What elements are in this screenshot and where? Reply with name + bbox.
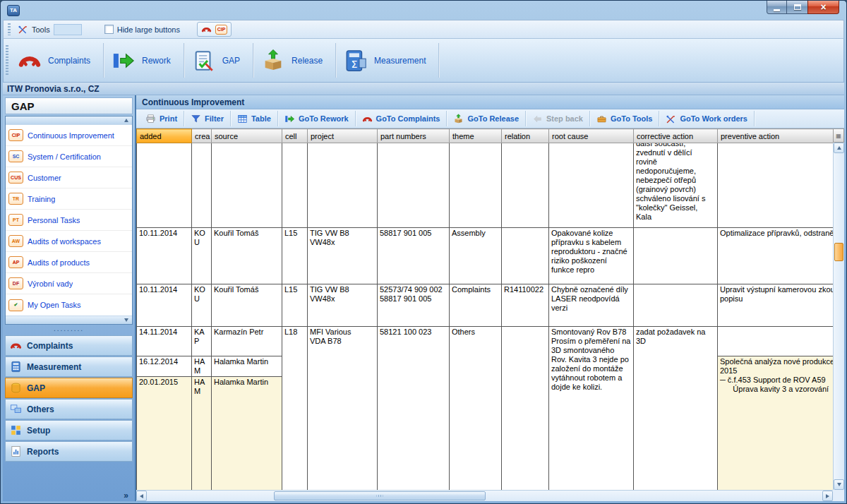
grid-cell[interactable]: Others bbox=[450, 327, 502, 491]
toolbar-button-table[interactable]: Table bbox=[231, 111, 278, 126]
toolbar-button-goto-tools[interactable]: GoTo Tools bbox=[590, 111, 659, 126]
sidebar-scroll-down[interactable] bbox=[6, 316, 132, 324]
grid-cell[interactable]: L18 bbox=[282, 327, 308, 491]
column-header-part-numbers[interactable]: part numbers bbox=[378, 129, 450, 143]
grid-cell[interactable] bbox=[718, 143, 834, 228]
grid-cell[interactable]: Kouřil Tomáš bbox=[212, 228, 282, 284]
column-header-preventive-action[interactable]: preventive action bbox=[718, 129, 834, 143]
sidebar-nav-measurement[interactable]: Measurement bbox=[5, 356, 133, 377]
grid-cell[interactable]: KAP bbox=[192, 327, 212, 356]
sidebar-nav-gap[interactable]: GAP bbox=[5, 378, 133, 398]
grid-cell[interactable]: Smontovaný Rov B78 Prosím o přeměření na… bbox=[549, 327, 634, 491]
column-header-corrective-action[interactable]: corrective action bbox=[634, 129, 718, 143]
grid-cell[interactable]: Halamka Martin bbox=[212, 356, 282, 377]
scroll-down-button[interactable] bbox=[834, 479, 844, 490]
column-header-root-cause[interactable]: root cause bbox=[549, 129, 634, 143]
large-button-measurement[interactable]: ΣMeasurement bbox=[337, 39, 440, 82]
grid-cell[interactable]: 10.11.2014 bbox=[137, 228, 192, 284]
toolbar-button-goto-complaints[interactable]: GoTo Complaints bbox=[356, 111, 447, 126]
grid-cell[interactable] bbox=[137, 143, 192, 228]
cip-icon[interactable]: CIP bbox=[215, 25, 227, 35]
hide-large-buttons-checkbox[interactable]: Hide large buttons bbox=[104, 25, 180, 34]
grid-cell[interactable]: Halamka Martin bbox=[212, 377, 282, 491]
grid-cell[interactable] bbox=[502, 228, 549, 284]
column-header-theme[interactable]: theme bbox=[450, 129, 502, 143]
column-header-project[interactable]: project bbox=[308, 129, 378, 143]
grid-cell[interactable]: Optimalizace přípravků, odstranění koliz… bbox=[718, 228, 834, 284]
grid-cell[interactable]: Kouřil Tomáš bbox=[212, 284, 282, 327]
sidebar-nav-setup[interactable]: Setup bbox=[5, 420, 133, 440]
maximize-button[interactable] bbox=[787, 1, 807, 14]
scroll-up-button[interactable] bbox=[834, 143, 844, 153]
vertical-scrollbar[interactable] bbox=[833, 143, 844, 490]
grid-cell[interactable]: L15 bbox=[282, 228, 308, 284]
sidebar-nav-others[interactable]: Others bbox=[5, 399, 133, 419]
grid-cell[interactable] bbox=[502, 143, 549, 228]
grid-cell[interactable] bbox=[192, 143, 212, 228]
grid-cell[interactable]: 58817 901 005 bbox=[378, 228, 450, 284]
phone-icon[interactable] bbox=[201, 24, 212, 35]
tools-menu-dropdown[interactable] bbox=[54, 24, 82, 35]
titlebar[interactable]: TA × bbox=[3, 1, 844, 20]
grid-cell[interactable]: Assembly bbox=[450, 228, 502, 284]
vertical-scroll-thumb[interactable] bbox=[834, 243, 843, 261]
grid-cell[interactable] bbox=[282, 143, 308, 228]
grid-cell[interactable]: Opakované kolize přípravku s kabelem rep… bbox=[549, 228, 634, 284]
grid-cell[interactable]: 52573/74 909 002 58817 901 005 bbox=[378, 284, 450, 327]
large-buttons-grip[interactable] bbox=[6, 45, 8, 76]
minimize-button[interactable] bbox=[767, 1, 787, 14]
sidebar-item-personal-tasks[interactable]: PTPersonal Tasks bbox=[6, 210, 132, 231]
grid-cell[interactable]: Upravit výstupní kamerovou zkoušku na ko… bbox=[718, 284, 834, 327]
grid-cell[interactable]: Complaints bbox=[450, 284, 502, 327]
grid-cell[interactable]: 16.12.2014 bbox=[137, 356, 192, 377]
grid-customize-button[interactable]: ▦ bbox=[833, 128, 844, 143]
grid-cell[interactable]: TIG VW B8 VW48x bbox=[308, 284, 378, 327]
sidebar-item-v-robn-vady[interactable]: DFVýrobní vady bbox=[6, 273, 132, 294]
grid-cell[interactable]: HAM bbox=[192, 377, 212, 491]
tools-menu-button[interactable]: Tools bbox=[15, 23, 85, 36]
grid-cell[interactable]: 20.01.2015 bbox=[137, 377, 192, 491]
grid-cell[interactable]: 58121 100 023 bbox=[378, 327, 450, 491]
grid-cell[interactable] bbox=[450, 143, 502, 228]
sidebar-collapse-chevron[interactable] bbox=[124, 491, 128, 500]
column-header-source[interactable]: source bbox=[212, 129, 282, 143]
close-button[interactable]: × bbox=[807, 1, 839, 14]
sidebar-scroll-up[interactable] bbox=[6, 116, 132, 125]
grid-cell[interactable]: další součástí, zvednutí v dělící rovině… bbox=[634, 143, 718, 228]
toolbar-button-goto-work-orders[interactable]: GoTo Work orders bbox=[659, 111, 755, 126]
large-button-rework[interactable]: Rework bbox=[104, 39, 185, 82]
grid-cell[interactable]: TIG VW B8 VW48x bbox=[308, 228, 378, 284]
toolbar-button-print[interactable]: Print bbox=[139, 111, 184, 126]
grid-cell[interactable]: Chybně označené díly LASER neodpovídá ve… bbox=[549, 284, 634, 327]
grid-cell[interactable]: L15 bbox=[282, 284, 308, 327]
scroll-left-button[interactable] bbox=[136, 491, 147, 501]
large-button-complaints[interactable]: Complaints bbox=[11, 39, 104, 82]
grid-cell[interactable]: HAM bbox=[192, 356, 212, 377]
grid-cell[interactable] bbox=[502, 327, 549, 491]
grid-cell[interactable]: zadat požadavek na 3D bbox=[634, 327, 718, 491]
grid-cell[interactable] bbox=[718, 327, 834, 356]
grid-cell[interactable] bbox=[634, 228, 718, 284]
sidebar-nav-reports[interactable]: Reports bbox=[5, 441, 133, 462]
scroll-right-button[interactable] bbox=[822, 491, 833, 501]
grid-cell[interactable]: R14110022 bbox=[502, 284, 549, 327]
column-header-relation[interactable]: relation bbox=[502, 129, 549, 143]
sidebar-item-system-certification[interactable]: SCSystem / Certification bbox=[6, 146, 132, 167]
toolbar-grip[interactable] bbox=[8, 23, 11, 35]
grid-cell[interactable]: MFI Various VDA B78 bbox=[308, 327, 378, 491]
grid-cell[interactable] bbox=[212, 143, 282, 228]
large-button-gap[interactable]: GAP bbox=[185, 39, 254, 82]
column-header-crea[interactable]: crea bbox=[192, 129, 212, 143]
grid-cell[interactable]: KOU bbox=[192, 284, 212, 327]
grid-cell[interactable]: 14.11.2014 bbox=[137, 327, 192, 356]
grid-cell[interactable]: Společná analýza nové produkce od začátk… bbox=[718, 356, 834, 491]
grid-cell[interactable]: 10.11.2014 bbox=[137, 284, 192, 327]
sidebar-item-training[interactable]: TRTraining bbox=[6, 188, 132, 210]
sidebar-nav-complaints[interactable]: Complaints bbox=[5, 335, 133, 356]
column-header-added[interactable]: added bbox=[137, 129, 192, 143]
toolbar-button-filter[interactable]: Filter bbox=[184, 111, 231, 126]
horizontal-scrollbar[interactable] bbox=[136, 490, 833, 501]
sidebar-item-my-open-tasks[interactable]: ✔My Open Tasks bbox=[6, 294, 132, 316]
sidebar-item-audits-of-workspaces[interactable]: AWAudits of workspaces bbox=[6, 231, 132, 252]
grid-cell[interactable] bbox=[549, 143, 634, 228]
